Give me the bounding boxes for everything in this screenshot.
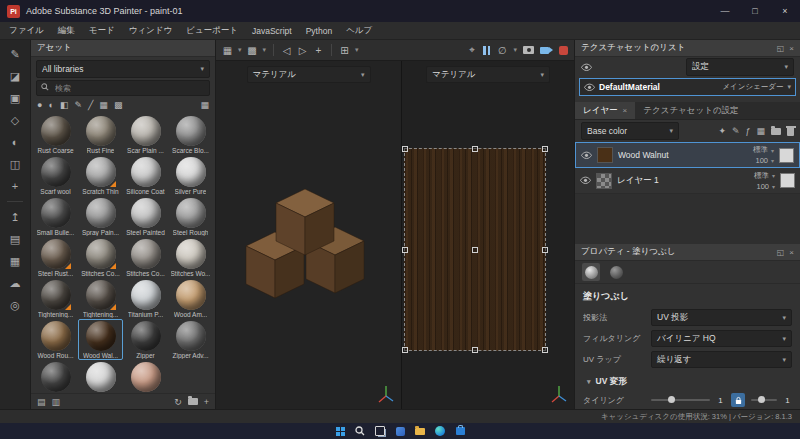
asset-thumbnail[interactable] — [131, 321, 161, 351]
menu-item[interactable]: ビューポート — [179, 25, 245, 37]
fx-icon[interactable]: ƒ — [745, 126, 750, 136]
dropdown-caret-icon[interactable]: ▾ — [513, 46, 517, 54]
asset-item[interactable]: Zipper Adv... — [33, 360, 78, 393]
uv-transform-section[interactable]: ▾ UV 変形 — [575, 370, 800, 391]
viewport-2d[interactable]: マテリアル ▾ — [402, 61, 574, 409]
asset-item[interactable]: Spray Pain... — [78, 196, 123, 237]
asset-item[interactable]: Tightening... — [33, 278, 78, 319]
asset-search-box[interactable] — [36, 80, 210, 96]
selection-handle[interactable] — [542, 247, 548, 253]
layer-content-icon[interactable] — [780, 173, 795, 188]
grid-view-toggle-icon[interactable]: ▦ — [200, 100, 209, 110]
slider-knob[interactable] — [668, 396, 675, 403]
layer-row[interactable]: レイヤー 1標準▾100▾ — [575, 168, 800, 194]
menu-item[interactable]: ファイル — [2, 25, 51, 37]
asset-item[interactable]: Rust Coarse — [33, 114, 78, 155]
filter-smart-materials-icon[interactable]: ◧ — [60, 100, 69, 110]
asset-item[interactable]: Zipper Adv... — [168, 319, 213, 360]
eye-icon[interactable] — [581, 63, 592, 72]
prev-icon[interactable]: ◁ — [281, 45, 292, 56]
filter-all-icon[interactable]: ● — [37, 100, 42, 110]
folder-icon[interactable] — [188, 398, 198, 405]
selection-handle[interactable] — [542, 146, 548, 152]
thumbnail-size-icon[interactable]: ▥ — [52, 397, 61, 407]
eraser-tool-icon[interactable]: ◪ — [7, 69, 23, 83]
selection-handle[interactable] — [542, 347, 548, 353]
asset-item[interactable]: Scar Plain ... — [123, 114, 168, 155]
filtering-dropdown[interactable]: バイリニア HQ ▾ — [651, 330, 792, 347]
smudge-tool-icon[interactable]: ◐ — [7, 135, 23, 149]
asset-item[interactable]: Titanium P... — [123, 278, 168, 319]
asset-thumbnail[interactable] — [41, 239, 71, 269]
layer-row[interactable]: Wood Walnut標準▾100▾ — [575, 142, 800, 168]
layer-opacity-field[interactable]: 100▾ — [755, 156, 774, 165]
polygon-fill-tool-icon[interactable]: ◇ — [7, 113, 23, 127]
add-view-icon[interactable]: ⊞ — [339, 45, 350, 56]
brush-tool-icon[interactable]: ✎ — [7, 47, 23, 61]
asset-item[interactable]: Tightening... — [78, 278, 123, 319]
library-dropdown[interactable]: All libraries ▾ — [36, 60, 210, 78]
texture-set-row[interactable]: DefaultMaterial メインシェーダー ▾ — [579, 78, 796, 96]
channel-dropdown[interactable]: Base color ▾ — [581, 122, 679, 140]
resources-icon[interactable]: ☁ — [7, 276, 23, 290]
asset-thumbnail[interactable] — [41, 280, 71, 310]
viewport-3d[interactable]: マテリアル ▾ — [216, 61, 401, 409]
channels-mode-icon[interactable] — [607, 263, 625, 281]
store-icon[interactable] — [455, 426, 466, 437]
menu-item[interactable]: JavaScript — [245, 26, 299, 36]
asset-item[interactable]: Stitches Co... — [123, 237, 168, 278]
material-picker-icon[interactable]: + — [7, 179, 23, 193]
asset-thumbnail[interactable] — [131, 198, 161, 228]
asset-item[interactable]: Steel Rust... — [33, 237, 78, 278]
asset-thumbnail[interactable] — [176, 198, 206, 228]
windows-start-icon[interactable] — [335, 426, 346, 437]
asset-thumbnail[interactable] — [176, 321, 206, 351]
refresh-icon[interactable]: ↻ — [174, 397, 182, 407]
dropdown-caret-icon[interactable]: ▾ — [355, 46, 359, 54]
frame-view-icon[interactable]: ⌖ — [466, 44, 477, 56]
slider-knob[interactable] — [758, 396, 765, 403]
maximize-button[interactable]: □ — [740, 0, 770, 22]
task-view-icon[interactable] — [375, 426, 386, 437]
search-icon[interactable] — [355, 426, 366, 437]
pause-engine-icon[interactable] — [483, 46, 490, 55]
layer-visibility-toggle[interactable] — [581, 151, 592, 160]
asset-item[interactable]: Zipper — [123, 319, 168, 360]
uv-wrap-dropdown[interactable]: 繰り返す ▾ — [651, 351, 792, 368]
filter-textures-icon[interactable]: ▦ — [99, 100, 108, 110]
depth-view-icon[interactable]: ∅ — [496, 45, 507, 56]
tab-close-icon[interactable]: × — [623, 106, 628, 115]
asset-thumbnail[interactable] — [131, 157, 161, 187]
viewport-layout-icon[interactable]: ▦ — [222, 45, 233, 56]
asset-thumbnail[interactable] — [131, 362, 161, 392]
material-mode-dropdown-2d[interactable]: マテリアル ▾ — [426, 66, 550, 83]
tiling-value-v[interactable]: 1 — [783, 396, 792, 405]
video-capture-icon[interactable] — [540, 47, 549, 54]
asset-item[interactable]: Zipper Adv... — [78, 360, 123, 393]
menu-item[interactable]: Python — [299, 26, 339, 36]
edge-browser-icon[interactable] — [435, 426, 446, 437]
list-view-icon[interactable]: ▤ — [37, 397, 46, 407]
search-input[interactable] — [53, 83, 205, 94]
filter-alphas-icon[interactable]: ╱ — [88, 100, 93, 110]
asset-item[interactable]: Steel Painted — [123, 196, 168, 237]
main-shader-dropdown[interactable]: メインシェーダー ▾ — [722, 82, 791, 92]
projection-dropdown[interactable]: UV 投影 ▾ — [651, 309, 792, 326]
next-icon[interactable]: ▷ — [297, 45, 308, 56]
asset-thumbnail[interactable] — [176, 116, 206, 146]
asset-thumbnail[interactable] — [41, 116, 71, 146]
dropdown-caret-icon[interactable]: ▾ — [263, 46, 267, 54]
asset-item[interactable]: Scratch Thin — [78, 155, 123, 196]
shelf-icon[interactable]: ▦ — [7, 254, 23, 268]
symmetry-icon[interactable]: + — [313, 45, 324, 56]
asset-thumbnail[interactable] — [131, 280, 161, 310]
dropdown-caret-icon[interactable]: ▾ — [238, 46, 242, 54]
material-mode-icon[interactable] — [582, 263, 600, 281]
close-panel-icon[interactable]: × — [789, 44, 794, 53]
asset-thumbnail[interactable] — [176, 239, 206, 269]
asset-thumbnail[interactable] — [131, 116, 161, 146]
filter-environments-icon[interactable]: ▩ — [114, 100, 123, 110]
material-mode-dropdown-3d[interactable]: マテリアル ▾ — [247, 66, 371, 83]
asset-item[interactable]: Wood Rou... — [33, 319, 78, 360]
asset-thumbnail[interactable] — [41, 198, 71, 228]
